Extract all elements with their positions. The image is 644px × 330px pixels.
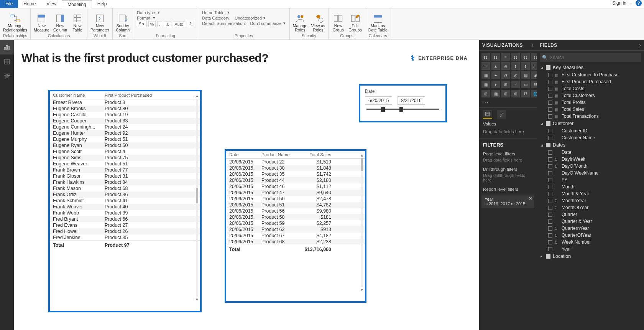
slicer-handle-from[interactable] [381,107,385,112]
field-checkbox[interactable] [548,150,552,155]
field-item[interactable]: Customer Name [537,134,644,141]
chevron-down-icon[interactable]: ⌄ [629,1,632,5]
table-row[interactable]: 20/06/2015Product 56$9,980 [226,208,365,214]
viz-type-20[interactable]: ⊞ [501,81,510,88]
field-checkbox[interactable] [548,219,552,224]
year-filter-chip[interactable]: Year is 2016, 2017 or 2015 ✕ [481,195,534,208]
table-row[interactable]: 20/06/2015Product 59$2,257 [226,220,365,226]
field-item[interactable]: ΣWeek Number [537,239,644,246]
collapse-fields-icon[interactable]: › [639,43,641,48]
table-row[interactable]: 20/06/2015Product 68$2,238 [226,239,365,245]
field-checkbox[interactable] [548,157,552,162]
field-item[interactable]: Quarter & Year [537,218,644,225]
new-table-button[interactable]: New Table [69,9,85,33]
sort-by-column-button[interactable]: Sort by Column [114,9,131,33]
viz-type-10[interactable]: ⫿ [521,62,530,70]
field-item[interactable]: ▦First Product Purchased [537,78,644,85]
table-row[interactable]: Eugene Cunningh...Product 24 [50,124,200,130]
field-checkbox[interactable] [548,171,552,175]
manage-relationships-button[interactable]: Manage Relationships [2,9,29,33]
viz-type-1[interactable]: ⫿⫿ [491,53,500,61]
table-row[interactable]: Fred HowellProduct 26 [50,228,200,234]
field-checkbox[interactable] [548,94,552,98]
menu-help[interactable]: Help [92,0,112,8]
field-item[interactable]: ΣQuarterOfYear [537,232,644,239]
format-dropdown[interactable]: ▾ [153,15,155,20]
percent-button[interactable]: % [148,21,156,27]
data-view-tab[interactable] [0,54,14,69]
slicer-to-date[interactable]: 8/31/2016 [398,96,425,105]
table-row[interactable]: Ernest RiveraProduct 3 [50,99,200,106]
slicer-track[interactable] [366,109,439,110]
field-item[interactable]: Date [537,149,644,156]
fields-search-input[interactable] [540,53,641,62]
viz-type-18[interactable]: ▦ [481,81,490,88]
table-row[interactable]: Frank WeaverProduct 40 [50,204,200,210]
table-row[interactable]: 20/06/2015Product 35$1,742 [226,171,365,177]
table-row[interactable]: Frank GibsonProduct 31 [50,173,200,179]
table-row[interactable]: 20/06/2015Product 51$4,782 [226,202,365,208]
field-item[interactable]: FY [537,177,644,183]
table-row[interactable]: 20/06/2015Product 22$1,519 [226,159,365,165]
table-row[interactable]: Eugene MurphyProduct 51 [50,136,200,142]
field-item[interactable]: DayOfWeekName [537,170,644,177]
table2-scrollbar[interactable]: ▲▼ [360,153,364,292]
table-row[interactable]: 20/06/2015Product 44$2,180 [226,177,365,183]
more-visuals-button[interactable]: ··· [479,98,537,107]
new-column-button[interactable]: New Column [52,9,69,33]
default-summarization-value[interactable]: Don't summarize [250,21,282,26]
edit-groups-button[interactable]: Edit Groups [347,9,363,33]
col-first-product[interactable]: First Product Purchased [105,93,170,97]
customer-first-product-table[interactable]: Customer NameFirst Product Purchased Ern… [48,90,202,312]
col-product-name[interactable]: Product Name [261,152,298,157]
page-filters-drop[interactable]: Drag data fields here [479,157,537,165]
table-row[interactable]: Frank MasonProduct 68 [50,185,200,191]
viz-type-0[interactable]: ⫿⫿ [481,53,490,61]
field-item[interactable]: ΣQuarternYear [537,225,644,232]
field-checkbox[interactable] [548,107,552,112]
field-item[interactable]: ▦Total Profits [537,99,644,106]
viz-type-3[interactable]: ⫿⫿ [511,53,520,61]
table-row[interactable]: Eugene HunterProduct 92 [50,130,200,136]
table-row[interactable]: Eugene WeaverProduct 51 [50,161,200,167]
fields-table[interactable]: ◢Customer [537,120,644,127]
table-row[interactable]: 20/06/2015Product 50$2,478 [226,196,365,202]
viz-type-21[interactable]: ⌗ [511,81,520,88]
viz-type-2[interactable]: ≡ [501,53,510,61]
menu-view[interactable]: View [41,0,62,8]
table-row[interactable]: Fred JenkinsProduct 35 [50,234,200,241]
new-group-button[interactable]: New Group [330,9,346,33]
viz-type-13[interactable]: ✦ [491,71,500,79]
field-checkbox[interactable] [548,185,552,189]
table-row[interactable]: Eugene BrooksProduct 80 [50,106,200,112]
field-checkbox[interactable] [548,73,552,77]
table-row[interactable]: Fred BryantProduct 66 [50,216,200,222]
thousands-button[interactable]: , [157,21,162,27]
field-checkbox[interactable] [548,178,552,182]
viz-type-24[interactable]: ⊞ [481,90,490,97]
field-checkbox[interactable] [548,136,552,140]
viz-type-8[interactable]: ⟰ [501,62,510,70]
table-row[interactable]: 20/06/2015Product 47$9,640 [226,190,365,196]
table-row[interactable]: Eugene CooperProduct 33 [50,118,200,124]
values-drop-area[interactable]: Drag data fields here [479,128,537,139]
field-item[interactable]: Year [537,246,644,252]
field-item[interactable]: Quarter [537,211,644,218]
fields-table[interactable]: ◢Dates [537,141,644,149]
viz-type-19[interactable]: ▼ [491,81,500,88]
field-checkbox[interactable] [548,206,552,210]
table1-scrollbar[interactable]: ▲▼ [195,94,199,302]
menu-file[interactable]: File [0,0,18,8]
field-item[interactable]: ▦Total Customers [537,92,644,99]
field-checkbox[interactable] [548,129,552,133]
view-as-roles-button[interactable]: View as Roles [310,9,327,33]
viz-type-25[interactable]: ▦ [491,90,500,97]
table-row[interactable]: Frank WebbProduct 39 [50,210,200,216]
table-row[interactable]: Frank HawkinsProduct 84 [50,179,200,185]
field-checkbox[interactable] [548,87,552,91]
auto-decimals[interactable]: Auto [173,21,186,27]
field-item[interactable]: ΣDayOfMonth [537,163,644,170]
model-view-tab[interactable] [0,69,14,84]
field-item[interactable]: ΣMonthOfYear [537,204,644,211]
col-date[interactable]: Date [229,152,261,157]
